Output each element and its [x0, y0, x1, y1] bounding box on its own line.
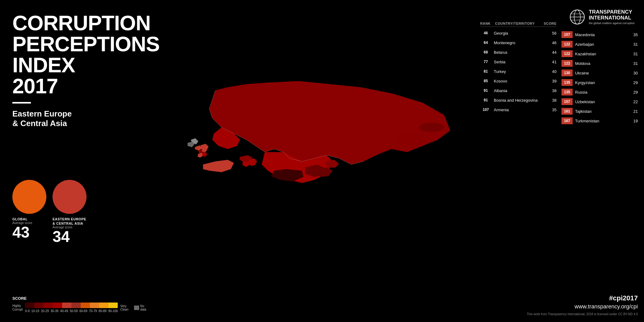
- very-clean-label: VeryClean: [120, 304, 128, 311]
- table-row: 107 Macedonia 35: [561, 30, 638, 39]
- score-val: 56: [544, 31, 557, 36]
- table-row: 167 Turkmenistan 19: [561, 117, 638, 125]
- country-name: Albania: [494, 88, 542, 93]
- country-name: Kazakhstan: [575, 52, 623, 56]
- title-line1: CORRUPTION: [12, 12, 96, 33]
- table-row: 122 Azerbaijan 31: [561, 40, 638, 49]
- score-header: SCORE: [543, 22, 557, 25]
- country-header: COUNTRY/TERRITORY: [495, 22, 540, 25]
- table-row: 157 Uzbekistan 22: [561, 97, 638, 106]
- rank-badge: 81: [480, 68, 491, 75]
- table-row: 91 Bosnia and Herzegovina 38: [480, 96, 557, 104]
- country-name: Tajikistan: [575, 109, 623, 114]
- table-container: RANK COUNTRY/TERRITORY SCORE 46 Georgia …: [480, 22, 638, 126]
- map-svg: [129, 78, 453, 251]
- rank-badge: 135: [561, 89, 573, 95]
- page-wrapper: TRANSPARENCY INTERNATIONAL the global co…: [0, 0, 644, 322]
- score-val: 31: [625, 61, 638, 66]
- region-subtitle: Eastern Europe& Central Asia: [12, 109, 96, 128]
- rank-badge: 68: [480, 49, 491, 56]
- country-name: Azerbaijan: [575, 42, 623, 47]
- score-val: 19: [625, 119, 638, 123]
- ti-logo-text: TRANSPARENCY INTERNATIONAL the global co…: [589, 9, 635, 24]
- rank-badge: 135: [561, 79, 573, 86]
- country-name: Georgia: [494, 31, 542, 36]
- score-val: 31: [625, 52, 638, 56]
- right-table-rows: 107 Macedonia 35 122 Azerbaijan 31 122 K…: [561, 30, 638, 125]
- region-score-circle: [53, 180, 87, 214]
- right-table: 107 Macedonia 35 122 Azerbaijan 31 122 K…: [561, 22, 638, 126]
- ti-logo: TRANSPARENCY INTERNATIONAL the global co…: [570, 9, 635, 25]
- region-score-block: EASTERN EUROPE& CENTRAL ASIA Average sco…: [53, 180, 87, 245]
- score-val: 46: [544, 40, 557, 45]
- country-name: Kyrgyzstan: [575, 80, 623, 85]
- ti-tagline: the global coalition against corruption: [589, 22, 635, 25]
- table-row: 161 Tajikistan 21: [561, 107, 638, 116]
- table-row: 64 Montenegro 46: [480, 38, 557, 47]
- rank-badge: 122: [561, 60, 573, 67]
- table-row: 135 Kyrgyzstan 29: [561, 78, 638, 87]
- score-val: 31: [625, 42, 638, 47]
- macedonia-shape: [202, 152, 207, 157]
- highly-corrupt-label: HighlyCorrupt: [12, 304, 23, 311]
- global-label: GLOBAL: [12, 217, 32, 221]
- rank-badge: 77: [480, 58, 491, 65]
- table-row: 68 Belarus 44: [480, 48, 557, 57]
- russia-shape: [209, 81, 450, 164]
- table-row: 122 Kazakhstan 31: [561, 49, 638, 58]
- left-table-rows: 46 Georgia 56 64 Montenegro 46 68 Belaru…: [480, 29, 557, 114]
- no-data-box: [134, 306, 139, 310]
- country-name: Turkey: [494, 69, 542, 74]
- score-val: 44: [544, 50, 557, 55]
- rank-badge: 91: [480, 87, 491, 94]
- score-val: 35: [625, 32, 638, 37]
- rank-badge: 91: [480, 97, 491, 104]
- website: www.transparency.org/cpi: [480, 303, 638, 310]
- score-val: 38: [544, 98, 557, 103]
- title-block: CORRUPTION PERCEPTIONS INDEX 2017 Easter…: [12, 12, 96, 128]
- rank-badge: 46: [480, 30, 491, 36]
- score-val: 22: [625, 100, 638, 104]
- table-row: 107 Armenia 35: [480, 105, 557, 114]
- table-row: 130 Ukraine 30: [561, 69, 638, 77]
- rank-badge: 122: [561, 41, 573, 48]
- country-name: Turkmenistan: [575, 119, 623, 123]
- ti-name-line1: TRANSPARENCY: [589, 9, 635, 15]
- country-name: Armenia: [494, 108, 542, 112]
- rank-badge: 122: [561, 50, 573, 57]
- rank-header: RANK: [480, 22, 493, 25]
- table-row: 122 Moldova 31: [561, 59, 638, 68]
- table-row: 77 Serbia 41: [480, 57, 557, 66]
- rank-badge: 161: [561, 108, 573, 115]
- country-name: Moldova: [575, 61, 623, 66]
- score-val: 29: [625, 90, 638, 95]
- table-row: 91 Albania 38: [480, 86, 557, 95]
- country-name: Russia: [575, 90, 623, 95]
- hashtag: #cpi2017: [480, 294, 638, 302]
- tables-row: RANK COUNTRY/TERRITORY SCORE 46 Georgia …: [480, 22, 638, 126]
- score-val: 41: [544, 60, 557, 64]
- country-name: Serbia: [494, 60, 542, 64]
- table-header-left: RANK COUNTRY/TERRITORY SCORE: [480, 22, 557, 27]
- score-val: 38: [544, 88, 557, 93]
- turkey-shape: [203, 160, 234, 172]
- score-val: 29: [625, 80, 638, 85]
- left-panel: CORRUPTION PERCEPTIONS INDEX 2017 Easter…: [0, 0, 105, 322]
- rank-badge: 107: [561, 31, 573, 38]
- score-val: 21: [625, 109, 638, 114]
- country-name: Macedonia: [575, 32, 623, 37]
- title-line3: INDEX 2017: [12, 54, 96, 96]
- rank-badge: 64: [480, 39, 491, 46]
- score-val: 39: [544, 79, 557, 83]
- legend-labels: 0-9 10-19 20-29 30-39 40-49 50-59 60-69 …: [25, 309, 118, 313]
- global-value: 43: [12, 225, 32, 240]
- legend-block: SCORE HighlyCorrupt: [12, 296, 96, 313]
- score-val: 40: [544, 69, 557, 74]
- license-text: This work from Transparency Internationa…: [480, 312, 638, 316]
- table-row: 135 Russia 29: [561, 88, 638, 96]
- title-divider: [12, 102, 31, 104]
- scores-section: GLOBAL Average score 43 EASTERN EUROPE& …: [12, 180, 96, 245]
- table-row: 81 Turkey 40: [480, 67, 557, 76]
- right-panel: RANK COUNTRY/TERRITORY SCORE 46 Georgia …: [477, 0, 644, 322]
- score-val: 35: [544, 108, 557, 112]
